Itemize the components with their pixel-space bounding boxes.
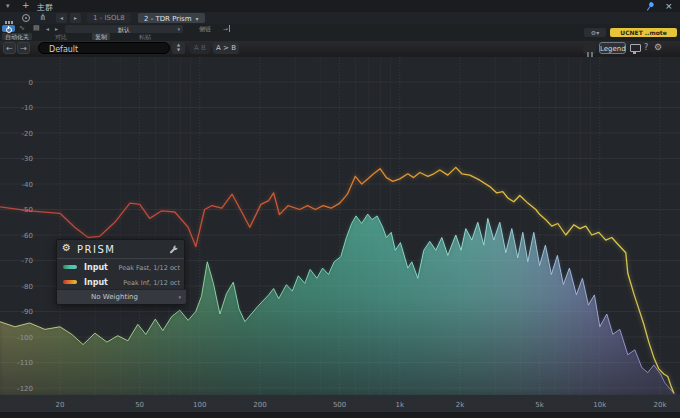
add-plugin-button[interactable]: + (22, 0, 30, 10)
svg-text:5k: 5k (535, 401, 544, 409)
display-settings-icon[interactable] (630, 44, 641, 52)
tab-tdr-prism-label: 2 - TDR Prism (144, 15, 192, 23)
svg-text:-80: -80 (22, 283, 33, 291)
power-icon (6, 27, 12, 33)
weighting-dropdown-icon: ▾ (178, 294, 181, 300)
svg-text:-40: -40 (22, 181, 33, 189)
svg-text:500: 500 (333, 401, 346, 409)
preset-dropdown[interactable]: 默认 ▾ (65, 25, 183, 33)
spectrum-display[interactable]: 0-10-20-30-40-50-60-70-80-90-100-110-120… (0, 57, 680, 418)
tab-isol8[interactable]: 1 - ISOL8 (87, 13, 131, 23)
svg-text:-90: -90 (22, 308, 33, 316)
copy-button[interactable]: 复制 (92, 33, 110, 40)
peak-fast-swatch (63, 265, 77, 269)
compare-button[interactable]: 对比 (52, 33, 70, 40)
preset-page-icon[interactable]: ▤ (33, 24, 40, 32)
settings-gear-button[interactable]: ⚙ (654, 42, 662, 52)
svg-text:-50: -50 (22, 206, 33, 214)
pause-button[interactable] (583, 43, 596, 54)
peak-inf-swatch (63, 280, 77, 284)
svg-text:2k: 2k (456, 401, 465, 409)
svg-text:-110: -110 (17, 359, 33, 367)
stepper-down-icon[interactable]: ▼ (172, 47, 185, 52)
legend-button[interactable]: Legend (599, 42, 626, 54)
prism-panel-title: PRISM (77, 244, 115, 255)
svg-text:1k: 1k (396, 401, 405, 409)
splitter-icon[interactable]: ⋔ (39, 12, 47, 22)
svg-text:20: 20 (56, 401, 65, 409)
legend-row-peak-inf[interactable]: Input Peak Inf, 1/12 oct (57, 275, 186, 290)
knob-view-icon[interactable] (22, 14, 30, 22)
channel-chevron-icon[interactable]: ▾ (6, 2, 10, 10)
preset-name-field[interactable]: Default (38, 42, 170, 54)
plugin-power-button[interactable] (2, 25, 15, 32)
svg-text:20k: 20k (654, 401, 668, 409)
tdr-plugin-header: ← → Default ▲ ▼ A B A > B Legend ? ⚙ (0, 41, 680, 58)
peak-fast-label: Input (84, 263, 108, 272)
peak-inf-detail: Peak Inf, 1/12 oct (123, 279, 180, 287)
svg-text:-30: -30 (22, 155, 33, 163)
preset-stepper[interactable]: ▲ ▼ (172, 42, 185, 54)
close-window-button[interactable]: × (665, 1, 673, 11)
preset-name: Default (49, 45, 78, 54)
dropdown-icon: ▾ (596, 29, 599, 36)
svg-text:-20: -20 (22, 130, 33, 138)
sidechain-route-icon[interactable]: → (223, 25, 230, 32)
next-plugin-button[interactable]: ▸ (70, 13, 81, 23)
legend-row-peak-fast[interactable]: Input Peak Fast, 1/12 oct (57, 260, 186, 275)
peak-inf-label: Input (84, 278, 108, 287)
analyzer-wave-icon[interactable]: ∿ (19, 24, 25, 32)
spectrum-plot-svg[interactable]: 0-10-20-30-40-50-60-70-80-90-100-110-120… (0, 57, 680, 418)
peak-fast-detail: Peak Fast, 1/12 oct (119, 264, 180, 272)
svg-text:-100: -100 (17, 334, 33, 342)
svg-text:50: 50 (135, 401, 144, 409)
svg-text:100: 100 (193, 401, 206, 409)
preset-prev-icon[interactable]: ◂ (46, 25, 49, 32)
tab-dropdown-icon[interactable]: ▾ (196, 15, 199, 22)
wrench-icon[interactable] (169, 245, 178, 254)
preset-dropdown-icon: ▾ (177, 26, 180, 32)
paste-button[interactable]: 粘贴 (136, 33, 154, 40)
svg-text:0: 0 (29, 79, 33, 87)
tdr-logo-icon: ⚙ (62, 242, 71, 253)
svg-text:-120: -120 (17, 385, 33, 393)
ucnet-remote-badge[interactable]: UCNET ..mote (610, 28, 677, 37)
prism-panel-header[interactable]: ⚙ PRISM (57, 240, 184, 259)
ab-toggle-button[interactable]: A B (190, 42, 210, 54)
prism-legend-panel[interactable]: ⚙ PRISM Input Peak Fast, 1/12 oct Input … (56, 239, 185, 305)
svg-text:10k: 10k (593, 401, 607, 409)
preset-back-button[interactable]: ← (3, 42, 16, 54)
weighting-label: No Weighting (57, 293, 172, 301)
preset-next-icon[interactable]: ▸ (55, 25, 58, 32)
help-button[interactable]: ? (644, 43, 648, 52)
a-to-b-copy-button[interactable]: A > B (213, 42, 239, 54)
preset-forward-button[interactable]: → (17, 42, 30, 54)
automation-off-button[interactable]: 自动化关 (2, 33, 32, 40)
svg-text:200: 200 (253, 401, 266, 409)
svg-text:-70: -70 (22, 257, 33, 265)
weighting-dropdown[interactable]: No Weighting ▾ (57, 289, 186, 304)
plugin-control-row: ∿ ▤ ◂ ▸ 默认 ▾ 侧链 → (0, 24, 680, 33)
svg-text:-10: -10 (22, 104, 33, 112)
svg-text:-60: -60 (22, 232, 33, 240)
prev-plugin-button[interactable]: ◂ (56, 13, 67, 23)
ucnet-settings-button[interactable]: ⚙▾ (584, 28, 606, 37)
tab-tdr-prism[interactable]: 2 - TDR Prism▾ (138, 13, 205, 23)
